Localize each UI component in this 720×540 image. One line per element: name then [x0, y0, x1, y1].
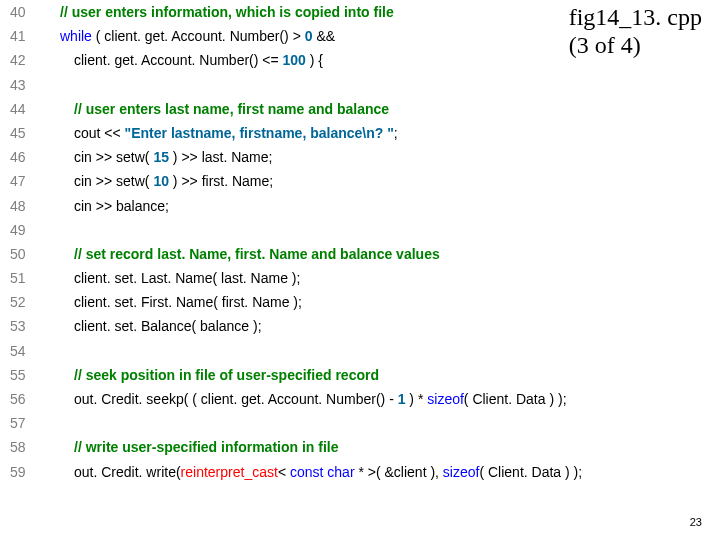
code-line: 59out. Credit. write(reinterpret_cast< c… [10, 464, 710, 480]
line-number: 42 [10, 52, 38, 68]
code-line: 55// seek position in file of user-speci… [10, 367, 710, 383]
line-number: 45 [10, 125, 38, 141]
code-line: 53client. set. Balance( balance ); [10, 318, 710, 334]
line-number: 54 [10, 343, 38, 359]
line-number: 48 [10, 198, 38, 214]
code-line: 40// user enters information, which is c… [10, 4, 710, 20]
code-line: 47cin >> setw( 10 ) >> first. Name; [10, 173, 710, 189]
code-content: out. Credit. seekp( ( client. get. Accou… [74, 391, 567, 407]
code-line: 43 [10, 77, 710, 93]
code-content: cout << "Enter lastname, firstname, bala… [74, 125, 398, 141]
code-content: out. Credit. write(reinterpret_cast< con… [74, 464, 582, 480]
line-number: 50 [10, 246, 38, 262]
code-content: client. get. Account. Number() <= 100 ) … [74, 52, 323, 68]
code-content: cin >> balance; [74, 198, 169, 214]
line-number: 49 [10, 222, 38, 238]
line-number: 44 [10, 101, 38, 117]
line-number: 47 [10, 173, 38, 189]
code-line: 48cin >> balance; [10, 198, 710, 214]
code-content: client. set. Last. Name( last. Name ); [74, 270, 300, 286]
code-line: 56out. Credit. seekp( ( client. get. Acc… [10, 391, 710, 407]
code-content: client. set. First. Name( first. Name ); [74, 294, 302, 310]
code-line: 49 [10, 222, 710, 238]
code-line: 57 [10, 415, 710, 431]
code-content: cin >> setw( 15 ) >> last. Name; [74, 149, 272, 165]
line-number: 43 [10, 77, 38, 93]
line-number: 41 [10, 28, 38, 44]
code-content: // write user-specified information in f… [74, 439, 339, 455]
code-content: client. set. Balance( balance ); [74, 318, 262, 334]
code-line: 46cin >> setw( 15 ) >> last. Name; [10, 149, 710, 165]
page-number: 23 [690, 516, 702, 528]
line-number: 40 [10, 4, 38, 20]
code-line: 42client. get. Account. Number() <= 100 … [10, 52, 710, 68]
code-content: // user enters information, which is cop… [60, 4, 394, 20]
line-number: 58 [10, 439, 38, 455]
code-content: // user enters last name, first name and… [74, 101, 389, 117]
code-listing: 40// user enters information, which is c… [10, 4, 710, 488]
line-number: 46 [10, 149, 38, 165]
code-content: cin >> setw( 10 ) >> first. Name; [74, 173, 273, 189]
code-line: 41while ( client. get. Account. Number()… [10, 28, 710, 44]
code-line: 58// write user-specified information in… [10, 439, 710, 455]
line-number: 53 [10, 318, 38, 334]
line-number: 59 [10, 464, 38, 480]
code-line: 44// user enters last name, first name a… [10, 101, 710, 117]
line-number: 55 [10, 367, 38, 383]
code-line: 54 [10, 343, 710, 359]
code-line: 52client. set. First. Name( first. Name … [10, 294, 710, 310]
code-line: 51client. set. Last. Name( last. Name ); [10, 270, 710, 286]
code-line: 50// set record last. Name, first. Name … [10, 246, 710, 262]
line-number: 56 [10, 391, 38, 407]
code-content: // set record last. Name, first. Name an… [74, 246, 440, 262]
code-content: while ( client. get. Account. Number() >… [60, 28, 335, 44]
code-content: // seek position in file of user-specifi… [74, 367, 379, 383]
code-line: 45cout << "Enter lastname, firstname, ba… [10, 125, 710, 141]
line-number: 52 [10, 294, 38, 310]
line-number: 51 [10, 270, 38, 286]
line-number: 57 [10, 415, 38, 431]
